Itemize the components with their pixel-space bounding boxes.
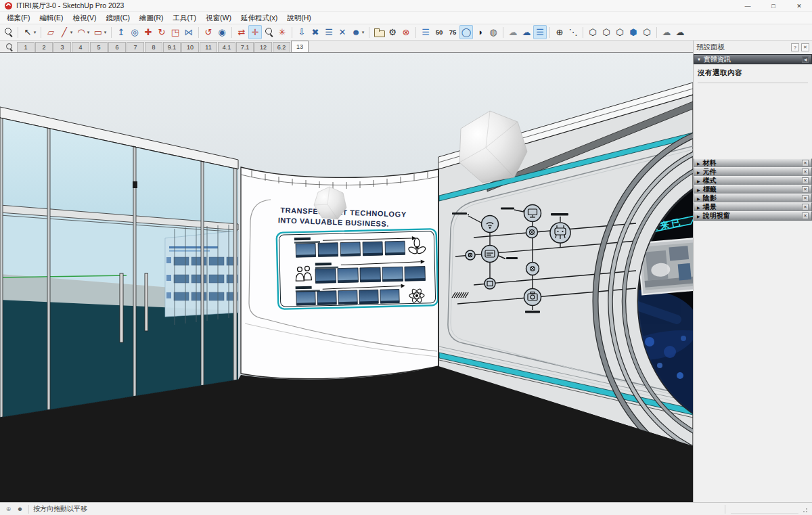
menu-extensions[interactable]: 延伸程式(x)	[236, 12, 282, 24]
menu-draw[interactable]: 繪圖(R)	[135, 12, 168, 24]
section-close-button[interactable]: ✕	[802, 186, 809, 193]
hex-frame-icon[interactable]: ⬡	[640, 25, 654, 39]
entity-collapse-button[interactable]: ◀	[802, 56, 809, 63]
section-close-button[interactable]: ✕	[802, 204, 809, 210]
hex-slash-icon[interactable]: ⬡	[600, 25, 613, 39]
rectangle-caret-icon[interactable]: ▾	[102, 25, 108, 39]
section-close-button[interactable]: ✕	[802, 169, 809, 175]
scene-tab-5[interactable]: 5	[90, 42, 108, 52]
scene-tab-11[interactable]: 11	[200, 42, 217, 52]
contrast-drop-icon[interactable]: ◑	[473, 25, 487, 39]
arc-caret-icon[interactable]: ▾	[85, 25, 91, 39]
scene-tab-12[interactable]: 12	[254, 42, 272, 52]
water-drop-icon[interactable]: ◯	[459, 25, 473, 39]
open-folder-icon[interactable]	[372, 25, 386, 39]
scene-tab-8[interactable]: 8	[145, 42, 162, 52]
cloud-download-icon[interactable]: ☁	[520, 25, 533, 39]
look-around-tool-icon[interactable]: ◉	[215, 25, 229, 39]
scene-tab-13[interactable]: 13	[291, 41, 309, 52]
geolocation-icon[interactable]: ⊕	[4, 505, 13, 514]
gear-cross-icon[interactable]: ✕	[336, 25, 349, 39]
close-button[interactable]: ✕	[786, 0, 812, 12]
solid-tools-icon[interactable]: ✖	[309, 25, 322, 39]
panel-close-button[interactable]: ✕	[801, 43, 809, 51]
menu-edit[interactable]: 編輯(E)	[35, 12, 68, 24]
measurements-input[interactable]	[731, 505, 798, 514]
scene-tab-9-1[interactable]: 9.1	[163, 42, 181, 52]
push-pull-tool-icon[interactable]: ↥	[114, 25, 128, 39]
viewport-canvas[interactable]: TRANSFER THAT TECHNOLOGY INTO VALUABLE B…	[0, 53, 693, 502]
seventy-five-icon[interactable]: 75	[446, 25, 459, 39]
fifty-icon[interactable]: 50	[432, 25, 446, 39]
section-close-button[interactable]: ✕	[802, 195, 809, 202]
toolbar: ↖ ▾ ▱ ╱ ▾ ◠ ▾ ▭ ▾	[0, 24, 812, 41]
section-tags[interactable]: ▶ 標籤 ✕	[694, 185, 812, 194]
section-close-button[interactable]: ✕	[802, 212, 809, 219]
scene-tab-7[interactable]: 7	[127, 42, 144, 52]
scene-tab-3[interactable]: 3	[53, 42, 71, 52]
hatch-drop-icon[interactable]: ◍	[487, 25, 500, 39]
maximize-button[interactable]: □	[761, 0, 786, 12]
scene-tab-2[interactable]: 2	[35, 42, 53, 52]
menu-tools[interactable]: 工具(T)	[168, 12, 201, 24]
turn-camera-tool-icon[interactable]: ⇄	[235, 25, 248, 39]
section-shadows[interactable]: ▶ 陰影 ✕	[694, 194, 812, 203]
hex-cloud-icon[interactable]: ⬡	[613, 25, 627, 39]
download-model-icon[interactable]: ⇩	[295, 25, 309, 39]
select-caret-icon[interactable]: ▾	[32, 25, 38, 39]
flip-tool-icon[interactable]: ⋈	[182, 25, 196, 39]
zoom-extents-tool-icon[interactable]: ✳	[275, 25, 289, 39]
move-tool-icon[interactable]: ✚	[141, 25, 155, 39]
panel-pin-button[interactable]: ?	[791, 43, 799, 51]
offset-tool-icon[interactable]: ◎	[128, 25, 141, 39]
scale-tool-icon[interactable]: ◳	[168, 25, 182, 39]
glass-wall[interactable]	[0, 107, 238, 418]
menu-camera[interactable]: 鏡頭(C)	[101, 12, 135, 24]
menu-view[interactable]: 檢視(V)	[68, 12, 101, 24]
orbit-tool-icon[interactable]: ↺	[202, 25, 215, 39]
cloud-outline-icon[interactable]: ☁	[673, 25, 687, 39]
scene-tab-10[interactable]: 10	[181, 42, 199, 52]
panel-title: 預設面板	[696, 43, 725, 52]
hex-gauge-icon[interactable]: ⬡	[586, 25, 600, 39]
layers-hand-icon[interactable]: ☰	[533, 25, 547, 39]
scene-search-icon[interactable]	[2, 42, 17, 52]
minimize-button[interactable]: —	[735, 0, 761, 12]
hex-sphere-icon[interactable]: ⬢	[627, 25, 640, 39]
layers-eye-icon[interactable]: ☰	[419, 25, 432, 39]
line-caret-icon[interactable]: ▾	[68, 25, 74, 39]
title-bar: ITIRI展厅3-0 - SketchUp Pro 2023 —□✕	[0, 0, 812, 12]
settings-gear-icon[interactable]: ⚙	[386, 25, 399, 39]
eraser-tool-icon[interactable]: ▱	[44, 25, 58, 39]
menu-window[interactable]: 視窗(W)	[201, 12, 236, 24]
section-components[interactable]: ▶ 元件 ✕	[694, 167, 812, 177]
credits-icon[interactable]: ☻	[16, 505, 24, 514]
menu-file[interactable]: 檔案(F)	[2, 12, 35, 24]
user-caret-icon[interactable]: ▾	[360, 25, 366, 39]
scene-tab-1[interactable]: 1	[17, 42, 35, 52]
section-close-button[interactable]: ✕	[802, 177, 809, 184]
search-tool-icon[interactable]	[1, 25, 15, 39]
pan-tool-icon[interactable]: ✛	[248, 25, 262, 39]
cloud-x-icon[interactable]: ☁	[506, 25, 520, 39]
resize-grip[interactable]	[801, 505, 808, 513]
section-close-button[interactable]: ✕	[802, 160, 809, 166]
section-entity-info[interactable]: ▼ 實體資訊 ◀	[694, 54, 812, 64]
zoom-tool-icon[interactable]	[262, 25, 275, 39]
scene-tab-6-2[interactable]: 6.2	[273, 42, 290, 52]
add-location-icon[interactable]: ⊕	[553, 25, 566, 39]
stack-layers-icon[interactable]: ☰	[322, 25, 336, 39]
section-scenes[interactable]: ▶ 場景 ✕	[694, 202, 812, 212]
section-materials[interactable]: ▶ 材料 ✕	[694, 158, 812, 168]
menu-help[interactable]: 說明(H)	[282, 12, 316, 24]
cancel-circle-icon[interactable]: ⊗	[399, 25, 413, 39]
section-styles[interactable]: ▶ 樣式 ✕	[694, 176, 812, 185]
scene-tab-6[interactable]: 6	[108, 42, 126, 52]
scene-tab-4[interactable]: 4	[72, 42, 89, 52]
scene-tab-4-1[interactable]: 4.1	[218, 42, 235, 52]
scene-tab-7-1[interactable]: 7.1	[236, 42, 254, 52]
section-instructor[interactable]: ▶ 說明視窗 ✕	[694, 211, 812, 221]
rotate-tool-icon[interactable]: ↻	[155, 25, 168, 39]
dashed-line-icon[interactable]: ⋱	[566, 25, 580, 39]
cloud-sync-icon[interactable]: ☁	[660, 25, 673, 39]
